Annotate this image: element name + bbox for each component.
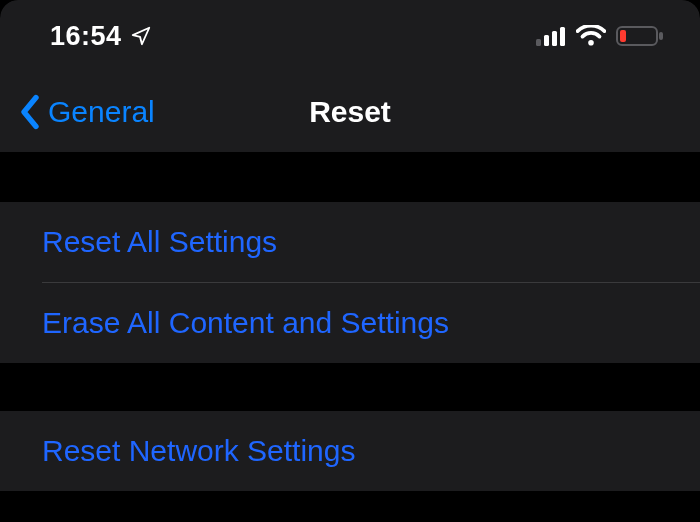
svg-rect-2 [552, 31, 557, 46]
section-gap [0, 152, 700, 202]
page-title: Reset [309, 95, 391, 129]
svg-rect-1 [544, 35, 549, 46]
settings-reset-screen: 16:54 [0, 0, 700, 522]
wifi-icon [576, 25, 606, 47]
svg-rect-7 [659, 32, 663, 40]
reset-all-settings-item[interactable]: Reset All Settings [0, 202, 700, 282]
svg-point-4 [588, 40, 594, 46]
section-gap [0, 491, 700, 522]
chevron-left-icon [18, 94, 42, 130]
svg-rect-3 [560, 27, 565, 46]
back-button[interactable]: General [0, 94, 155, 130]
item-label: Reset Network Settings [42, 434, 355, 468]
status-time: 16:54 [50, 21, 122, 52]
back-label: General [48, 95, 155, 129]
battery-low-icon [616, 25, 664, 47]
svg-rect-6 [620, 30, 626, 42]
nav-bar: General Reset [0, 72, 700, 152]
item-label: Reset All Settings [42, 225, 277, 259]
status-left: 16:54 [50, 21, 152, 52]
section-gap [0, 363, 700, 411]
status-bar: 16:54 [0, 0, 700, 72]
cellular-signal-icon [536, 26, 566, 46]
reset-options-group-2: Reset Network Settings [0, 411, 700, 491]
reset-network-settings-item[interactable]: Reset Network Settings [0, 411, 700, 491]
status-right [536, 25, 664, 47]
reset-options-group-1: Reset All Settings Erase All Content and… [0, 202, 700, 363]
erase-all-content-item[interactable]: Erase All Content and Settings [0, 283, 700, 363]
location-icon [130, 25, 152, 47]
item-label: Erase All Content and Settings [42, 306, 449, 340]
svg-rect-0 [536, 39, 541, 46]
